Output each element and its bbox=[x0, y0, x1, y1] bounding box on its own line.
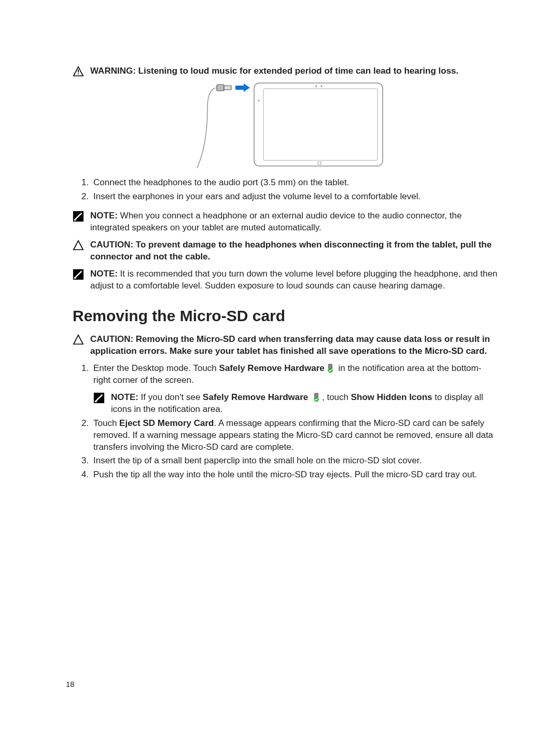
list-item: Insert the tip of a small bent paperclip… bbox=[91, 455, 498, 467]
step-text: Insert the earphones in your ears and ad… bbox=[93, 191, 421, 201]
svg-marker-18 bbox=[74, 335, 83, 344]
svg-rect-3 bbox=[217, 85, 224, 91]
svg-point-9 bbox=[258, 100, 260, 102]
list-item: Enter the Desktop mode. Touch Safely Rem… bbox=[91, 363, 498, 416]
svg-rect-5 bbox=[235, 86, 244, 90]
nested-note-body-c: , touch bbox=[322, 392, 351, 402]
svg-rect-4 bbox=[224, 86, 231, 90]
step-text: Insert the tip of a small bent paperclip… bbox=[93, 456, 422, 465]
warning-text-1: WARNING: Listening to loud music for ext… bbox=[90, 65, 498, 77]
list-item: Push the tip all the way into the hole u… bbox=[91, 469, 498, 481]
note-icon bbox=[93, 392, 105, 404]
svg-rect-2 bbox=[78, 74, 79, 75]
warning-icon bbox=[73, 66, 84, 77]
note-label: NOTE: bbox=[90, 269, 118, 279]
note-label: NOTE: bbox=[111, 392, 138, 402]
svg-point-10 bbox=[316, 86, 317, 87]
caution-callout-1: CAUTION: To prevent damage to the headph… bbox=[73, 239, 498, 263]
nested-note: NOTE: If you don't see Safely Remove Har… bbox=[93, 392, 498, 416]
step-text: Connect the headphones to the audio port… bbox=[93, 177, 349, 187]
svg-rect-17 bbox=[74, 277, 76, 279]
illustration-wrap bbox=[73, 82, 498, 171]
svg-marker-15 bbox=[74, 241, 83, 250]
svg-rect-19 bbox=[328, 364, 332, 368]
step-text-bold: Safely Remove Hardware bbox=[219, 363, 325, 373]
note-icon bbox=[73, 269, 84, 280]
caution-body-2: Removing the Micro-SD card when transfer… bbox=[90, 334, 490, 356]
svg-rect-22 bbox=[95, 401, 97, 402]
caution-callout-2: CAUTION: Removing the Micro-SD card when… bbox=[73, 334, 498, 357]
note-body-1: When you connect a headphone or an exter… bbox=[90, 211, 461, 232]
safely-remove-hardware-icon bbox=[326, 364, 335, 373]
note-text-1: NOTE: When you connect a headphone or an… bbox=[90, 210, 498, 234]
safely-remove-hardware-icon bbox=[312, 393, 321, 402]
headphone-tablet-illustration bbox=[187, 82, 384, 171]
nested-note-body-b: Safely Remove Hardware bbox=[203, 392, 308, 402]
nested-note-body-a: If you don't see bbox=[138, 392, 203, 402]
page: WARNING: Listening to loud music for ext… bbox=[0, 0, 560, 744]
step-text: Push the tip all the way into the hole u… bbox=[93, 470, 477, 479]
svg-marker-6 bbox=[244, 84, 250, 92]
warning-callout-1: WARNING: Listening to loud music for ext… bbox=[73, 65, 498, 77]
svg-rect-8 bbox=[263, 89, 377, 160]
note-icon bbox=[73, 211, 84, 222]
list-item: Connect the headphones to the audio port… bbox=[91, 177, 498, 189]
warning-body-1: Listening to loud music for extended per… bbox=[136, 66, 458, 76]
note-callout-2: NOTE: It is recommended that you turn do… bbox=[73, 268, 498, 292]
note-text-2: NOTE: It is recommended that you turn do… bbox=[90, 268, 498, 292]
list-item: Touch Eject SD Memory Card. A message ap… bbox=[91, 418, 498, 453]
svg-rect-14 bbox=[74, 219, 76, 221]
caution-icon bbox=[73, 240, 84, 251]
sd-steps: Enter the Desktop mode. Touch Safely Rem… bbox=[73, 363, 498, 481]
caution-body-1: To prevent damage to the headphones when… bbox=[90, 240, 492, 261]
step-text: Enter the Desktop mode. Touch bbox=[93, 363, 219, 373]
note-body-2: It is recommended that you turn down the… bbox=[90, 269, 497, 291]
svg-point-11 bbox=[321, 86, 323, 87]
svg-rect-23 bbox=[314, 393, 318, 397]
headphone-steps: Connect the headphones to the audio port… bbox=[73, 177, 498, 203]
caution-icon bbox=[73, 334, 84, 346]
page-number: 18 bbox=[66, 679, 75, 690]
section-title-removing-sd: Removing the Micro-SD card bbox=[73, 306, 498, 327]
warning-label: WARNING: bbox=[90, 66, 136, 76]
svg-rect-1 bbox=[78, 70, 79, 73]
step-text: Touch bbox=[93, 418, 119, 428]
caution-label: CAUTION: bbox=[90, 334, 133, 344]
note-label: NOTE: bbox=[90, 211, 118, 221]
caution-text-2: CAUTION: Removing the Micro-SD card when… bbox=[90, 334, 498, 357]
list-item: Insert the earphones in your ears and ad… bbox=[91, 191, 498, 203]
caution-label: CAUTION: bbox=[90, 240, 133, 250]
step-text-bold: Eject SD Memory Card bbox=[119, 418, 214, 428]
nested-note-text: NOTE: If you don't see Safely Remove Har… bbox=[111, 392, 498, 416]
nested-note-body-d: Show Hidden Icons bbox=[351, 392, 432, 402]
note-callout-1: NOTE: When you connect a headphone or an… bbox=[73, 210, 498, 234]
caution-text-1: CAUTION: To prevent damage to the headph… bbox=[90, 239, 498, 263]
